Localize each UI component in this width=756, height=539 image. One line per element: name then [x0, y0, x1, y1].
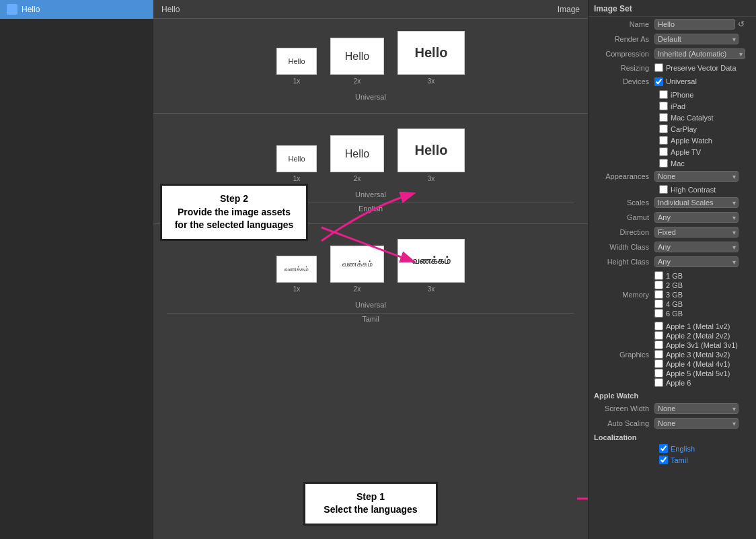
name-refresh-icon[interactable]: ↺ [738, 20, 745, 29]
device-universal-checkbox[interactable] [654, 77, 663, 86]
image-box-2x-universal-top[interactable]: Hello [330, 38, 384, 75]
graphics-apple5-checkbox[interactable] [654, 369, 663, 378]
screen-width-select[interactable]: None [654, 403, 739, 414]
render-as-select[interactable]: Default [654, 34, 739, 44]
slot-1x-tamil: வணக்கம் 1x [276, 256, 317, 293]
memory-row: Memory 1 GB 2 GB 3 GB 4 GB 6 GB [589, 269, 756, 320]
slot-3x-english: Hello 3x [398, 129, 465, 182]
graphics-apple4-checkbox[interactable] [654, 359, 663, 368]
slot-1x-english: Hello 1x [276, 145, 317, 182]
gamut-label: Gamut [594, 213, 654, 221]
step1-annotation: Step 1 Select the languages [303, 482, 438, 526]
device-mac-checkbox[interactable] [659, 159, 668, 168]
direction-select[interactable]: Fixed [654, 227, 739, 238]
graphics-apple1-checkbox[interactable] [654, 322, 663, 330]
devices-label: Devices [594, 77, 654, 85]
divider-1 [153, 113, 588, 114]
memory-1gb-checkbox[interactable] [654, 271, 663, 280]
devices-row: Devices Universal [589, 74, 756, 89]
device-ipad-row: iPad [589, 100, 756, 112]
resizing-check-label: Preserve Vector Data [666, 64, 736, 72]
device-carplay-checkbox[interactable] [659, 124, 668, 133]
direction-select-wrapper: Fixed [654, 227, 739, 238]
graphics-apple3-checkbox[interactable] [654, 350, 663, 359]
name-input[interactable] [654, 19, 735, 30]
right-panel: Image Set Name ↺ Render As Default Compr… [588, 0, 756, 539]
height-class-select[interactable]: Any [654, 256, 739, 267]
gamut-select[interactable]: Any [654, 212, 739, 223]
image-box-3x-english[interactable]: Hello [398, 129, 465, 172]
image-box-2x-english[interactable]: Hello [330, 135, 384, 172]
height-class-label: Height Class [594, 258, 654, 266]
appearances-select[interactable]: None [654, 171, 739, 182]
width-class-select[interactable]: Any [654, 242, 739, 252]
auto-scaling-select[interactable]: None [654, 418, 739, 429]
memory-6gb-checkbox[interactable] [654, 309, 663, 318]
scales-select[interactable]: Individual Scales [654, 197, 739, 208]
direction-row: Direction Fixed [589, 225, 756, 240]
sidebar: Hello [0, 0, 153, 539]
device-carplay-row: CarPlay [589, 123, 756, 135]
device-ipad-checkbox[interactable] [659, 102, 668, 110]
image-box-3x-tamil[interactable]: வணக்கம் [398, 239, 465, 283]
tamil-image-row: வணக்கம் 1x வணக்கம் 2x வணக்கம் [167, 233, 574, 298]
canvas-label: Image [558, 5, 580, 14]
auto-scaling-select-wrapper: None [654, 418, 739, 429]
device-maccatalyst-row: Mac Catalyst [589, 112, 756, 123]
main-area: Hello Image Hello 1x Hello [153, 0, 588, 539]
device-maccatalyst-checkbox[interactable] [659, 113, 668, 122]
devices-checkboxes: Universal [654, 77, 697, 86]
image-box-1x-tamil[interactable]: வணக்கம் [276, 256, 317, 283]
image-box-1x-english[interactable]: Hello [276, 145, 317, 172]
universal-image-row-top: Hello 1x Hello 2x Hello 3x [167, 26, 574, 90]
step2-annotation: Step 2 Provide the image assets for the … [160, 184, 308, 241]
memory-4gb-checkbox[interactable] [654, 299, 663, 308]
step1-title: Step 1 [315, 491, 426, 504]
tamil-label: Tamil [167, 313, 574, 324]
device-mac-row: Mac [589, 157, 756, 169]
sidebar-tab[interactable]: Hello [0, 0, 153, 19]
scale-label-1x-english: 1x [293, 175, 301, 182]
screen-width-select-wrapper: None [654, 403, 739, 414]
direction-label: Direction [594, 228, 654, 236]
slot-2x-universal-top: Hello 2x [330, 38, 384, 85]
compression-select[interactable]: Inherited (Automatic) [654, 48, 745, 59]
image-box-2x-tamil[interactable]: வணக்கம் [330, 246, 384, 283]
compression-select-wrapper: Inherited (Automatic) [654, 48, 745, 59]
device-iphone-checkbox[interactable] [659, 90, 668, 99]
localization-title: Localization [589, 431, 756, 443]
memory-3gb-checkbox[interactable] [654, 290, 663, 299]
device-applewatch-checkbox[interactable] [659, 136, 668, 145]
resizing-checkbox[interactable] [654, 63, 663, 72]
graphics-label: Graphics [594, 351, 654, 359]
high-contrast-checkbox[interactable] [659, 185, 668, 194]
render-as-label: Render As [594, 35, 654, 43]
tamil-section: வணக்கம் 1x வணக்கம் 2x வணக்கம் [153, 227, 588, 331]
width-class-select-wrapper: Any [654, 242, 739, 252]
appearances-row: Appearances None [589, 169, 756, 184]
scales-label: Scales [594, 199, 654, 207]
memory-2gb-checkbox[interactable] [654, 281, 663, 289]
sidebar-tab-label: Hello [22, 5, 40, 14]
gamut-select-wrapper: Any [654, 212, 739, 223]
image-box-3x-universal-top[interactable]: Hello [398, 31, 465, 75]
scale-label-3x-english: 3x [428, 175, 435, 182]
localization-tamil-row: Tamil [589, 454, 756, 466]
image-box-1x-universal-top[interactable]: Hello [276, 48, 317, 75]
canvas-title: Hello [161, 5, 180, 14]
graphics-apple3v1-checkbox[interactable] [654, 340, 663, 349]
universal-label-top: Universal [167, 90, 574, 104]
graphics-apple2-checkbox[interactable] [654, 331, 663, 340]
resizing-check: Preserve Vector Data [654, 63, 736, 72]
localization-tamil-checkbox[interactable] [659, 456, 668, 464]
universal-label-tamil: Universal [167, 298, 574, 312]
scale-label-1x-top: 1x [293, 77, 301, 85]
device-appletv-checkbox[interactable] [659, 147, 668, 156]
screen-width-row: Screen Width None [589, 401, 756, 416]
slot-2x-english: Hello 2x [330, 135, 384, 182]
localization-english-row: English [589, 443, 756, 454]
step1-body: Select the languages [315, 503, 426, 517]
graphics-apple6-checkbox[interactable] [654, 378, 663, 387]
name-row: Name ↺ [589, 17, 756, 32]
localization-english-checkbox[interactable] [659, 444, 668, 453]
